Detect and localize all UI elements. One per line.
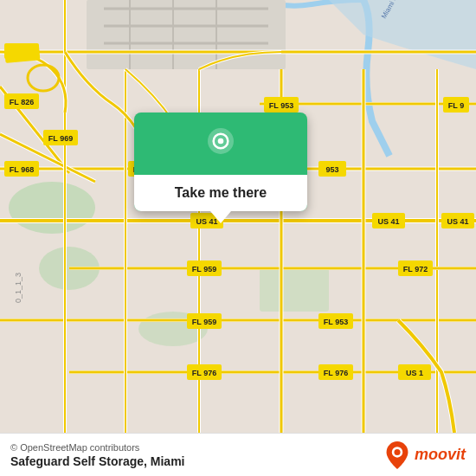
take-me-there-button[interactable]: Take me there <box>134 175 307 211</box>
svg-text:FL 976: FL 976 <box>324 369 348 377</box>
copyright-text: © OpenStreetMap contributors <box>10 442 185 453</box>
svg-text:FL 9: FL 9 <box>448 101 464 110</box>
svg-point-88 <box>394 448 400 454</box>
svg-text:FL 968: FL 968 <box>10 165 34 174</box>
svg-text:FL 959: FL 959 <box>192 265 216 273</box>
svg-text:0_1_1_3: 0_1_1_3 <box>14 273 23 303</box>
location-name: Safeguard Self Storage, Miami <box>10 454 185 468</box>
svg-text:953: 953 <box>325 165 338 174</box>
popup-icon-area <box>203 113 238 175</box>
svg-text:FL 953: FL 953 <box>324 318 348 326</box>
moovit-brand-text: moovit <box>415 446 466 464</box>
popup-card: Take me there <box>134 113 307 211</box>
location-pin-icon <box>203 128 238 163</box>
svg-text:FL 959: FL 959 <box>192 318 216 326</box>
svg-text:FL 953: FL 953 <box>269 101 293 110</box>
svg-point-86 <box>218 138 224 145</box>
svg-text:US 41: US 41 <box>377 217 399 226</box>
bottom-bar: © OpenStreetMap contributors Safeguard S… <box>0 433 476 476</box>
svg-text:FL 972: FL 972 <box>403 265 428 273</box>
svg-text:FL 826: FL 826 <box>10 98 34 106</box>
svg-point-8 <box>9 182 95 234</box>
svg-rect-83 <box>4 45 40 63</box>
bottom-left: © OpenStreetMap contributors Safeguard S… <box>10 442 185 468</box>
svg-rect-1 <box>87 0 286 69</box>
svg-text:US 1: US 1 <box>406 369 423 377</box>
svg-text:FL 969: FL 969 <box>48 134 73 143</box>
map-container: FL 826 FL 826 FL 969 FL 968 FL 968 FL 95… <box>0 0 476 433</box>
svg-text:US 41: US 41 <box>447 217 468 226</box>
svg-text:FL 976: FL 976 <box>192 369 216 377</box>
moovit-pin-icon <box>385 441 409 469</box>
svg-rect-10 <box>260 268 329 312</box>
moovit-logo: moovit <box>385 441 466 469</box>
